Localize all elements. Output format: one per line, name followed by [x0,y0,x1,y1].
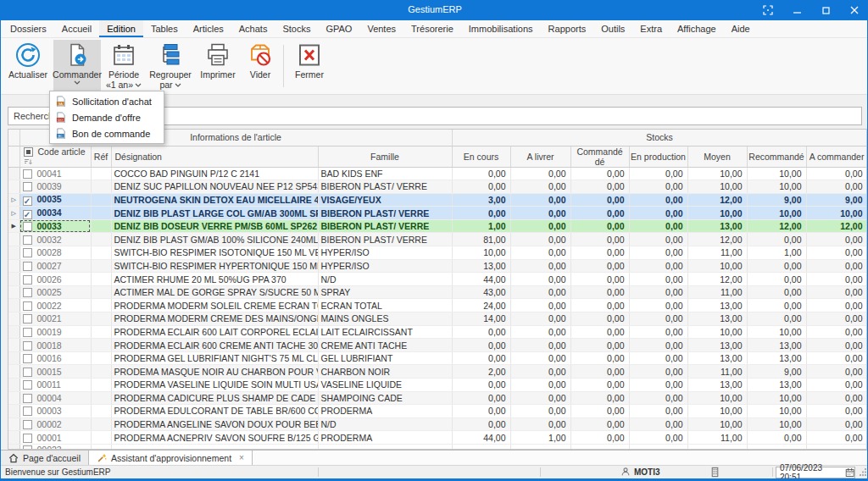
menu-affichage[interactable]: Affichage [670,20,724,37]
cell-acommander[interactable]: 0,00 [806,379,867,392]
cell-famille[interactable]: SPRAY [318,285,452,299]
cell-ref[interactable] [91,379,111,392]
cell-moyen[interactable]: 10,00 [687,259,747,273]
cell-famille[interactable]: GEL LUBRIFIANT [318,351,452,365]
cell-code[interactable]: 00026 [19,273,91,286]
row-checkbox[interactable] [23,328,32,337]
cell-alivrer[interactable]: 0,00 [510,193,570,207]
column-header-ref[interactable]: Réf [91,146,111,167]
cell-commande[interactable]: 0,00 [570,193,629,207]
cell-designation[interactable]: PRODERMA CADICURE PLUS SHAMP DE CADE 250… [111,391,318,405]
cell-famille[interactable]: LAIT ECLAIRCISSANT [318,325,452,339]
cell-famille[interactable]: VISAGE/YEUX [318,193,452,207]
cell-famille[interactable]: PRODERMA [318,405,452,418]
cell-ref[interactable] [91,167,111,180]
table-row[interactable]: 00016 PRODERMA GEL LUBRIFIANT NIGHT'S 75… [8,351,867,365]
column-header-moyen[interactable]: Moyen [687,146,747,167]
cell-code[interactable]: ✓00035 [19,193,91,207]
row-checkbox[interactable] [23,248,32,257]
cell-moyen[interactable]: 10,00 [687,417,747,431]
cell-code[interactable]: 00028 [19,246,91,260]
cell-enproduction[interactable]: 0,00 [629,339,687,352]
cell-alivrer[interactable]: 0,00 [510,379,570,392]
menu-item-bc[interactable]: BCBon de commande [50,125,164,141]
maximize-icon[interactable] [811,0,840,20]
cell-designation[interactable]: DENIZ SUC PAPILLON NOUVEAU NEE P12 SP543 [111,180,318,194]
tab-close-icon[interactable]: × [239,453,244,462]
cell-alivrer[interactable]: 0,00 [510,167,570,180]
table-row[interactable]: 00041 COCCO BAD PINGUIN P/12 C 2141 BAD … [8,167,867,180]
table-row[interactable]: ▷ ✓00035 NEUTROGENA SKIN DETOX EAU MICEL… [8,193,867,207]
cell-commande[interactable]: 0,00 [570,417,629,431]
cell-enproduction[interactable]: 0,00 [629,167,687,180]
cell-moyen[interactable]: 10,00 [687,325,747,339]
cell-recommande[interactable]: 13,00 [747,339,806,352]
cell-designation[interactable]: ACTIMER MAL DE GORGE SPRAY S/SUCRE 50 ML… [111,285,318,299]
cell-ref[interactable] [91,417,111,431]
cell-ref[interactable] [91,219,111,233]
menu-item-do[interactable]: DODemande d'offre [50,109,164,125]
cell-commande[interactable]: 0,00 [570,299,629,312]
cell-enproduction[interactable]: 0,00 [629,325,687,339]
cell-code[interactable]: 00016 [19,351,91,365]
cell-designation[interactable]: PRODERMA VASELINE LIQUIDE SOIN MULTI USA… [111,379,318,392]
row-checkbox[interactable] [23,420,32,429]
cell-ref[interactable] [91,351,111,365]
cell-moyen[interactable]: 11,00 [687,365,747,379]
cell-enproduction[interactable]: 0,00 [629,273,687,286]
cell-acommander[interactable]: 0,00 [806,312,867,326]
row-checkbox[interactable] [23,275,32,285]
menu-edition[interactable]: Edition [99,20,143,37]
column-header-enproduction[interactable]: En production [629,146,687,167]
cell-recommande[interactable]: 10,00 [747,180,806,194]
cell-moyen[interactable]: 13,00 [687,351,747,365]
row-checkbox[interactable] [23,406,32,416]
tab-assistant-approvisionnement[interactable]: Assistant d'approvisionnement × [89,451,253,465]
cell-recommande[interactable]: 13,00 [747,379,806,392]
cell-famille[interactable]: BIBERON PLAST/ VERRE [318,207,452,220]
cell-famille[interactable]: MAINS ONGLES [318,312,452,326]
minimize-icon[interactable] [782,0,811,20]
cell-code[interactable]: 00022 [19,299,91,312]
cell-encours[interactable]: 44,00 [452,273,510,286]
menu-item-sa[interactable]: SASollicitation d'achat [50,93,164,109]
tab-page-accueil[interactable]: Page d'accueil [1,451,89,465]
column-header-acommander[interactable]: A commander [806,146,867,167]
cell-designation[interactable]: PRODERMA MODERM SOLEIL CREME ECRAN TOTAL… [111,299,318,312]
menu-trsorerie[interactable]: Trésorerie [403,20,461,37]
cell-moyen[interactable]: 10,00 [687,207,747,220]
table-row[interactable]: ▷ ✓00034 DENIZ BIB PLAST LARGE COL GM/AB… [8,207,867,220]
cell-encours[interactable]: 14,00 [452,312,510,326]
row-checkbox[interactable] [23,380,32,390]
actualiser-button[interactable]: Actualiser [4,40,52,92]
table-row[interactable]: 00003 PRODERMA EDULCORANT DE TABLE BR/60… [8,405,867,418]
menu-outils[interactable]: Outils [593,20,632,37]
cell-commande[interactable]: 0,00 [570,167,629,180]
cell-acommander[interactable]: 12,00 [806,219,867,233]
cell-alivrer[interactable]: 0,00 [510,259,570,273]
cell-code[interactable]: 00039 [19,180,91,194]
table-row[interactable]: 00022 PRODERMA MODERM SOLEIL CREME ECRAN… [8,299,867,312]
cell-recommande[interactable]: 10,00 [747,417,806,431]
cell-code[interactable]: 00003 [19,405,91,418]
cell-ref[interactable] [91,193,111,207]
table-row[interactable]: 00002 PRODERMA ANGELINE SAVON DOUX POUR … [8,417,867,431]
cell-encours[interactable]: 0,00 [452,379,510,392]
cell-designation[interactable]: DENIZ BIB PLAST LARGE COL GM/AB 300ML SP… [111,207,318,220]
cell-commande[interactable]: 0,00 [570,379,629,392]
cell-moyen[interactable]: 11,00 [687,246,747,260]
cell-commande[interactable]: 0,00 [570,365,629,379]
cell-encours[interactable]: 13,00 [452,259,510,273]
cell-acommander[interactable]: 0,00 [806,233,867,246]
cell-recommande[interactable]: 10,00 [747,207,806,220]
column-header-famille[interactable]: Famille [318,146,452,167]
cell-famille[interactable]: BIBERON PLAST/ VERRE [318,180,452,194]
cell-alivrer[interactable]: 0,00 [510,325,570,339]
cell-recommande[interactable]: 0,00 [747,431,806,445]
row-checkbox[interactable] [23,368,32,377]
cell-moyen[interactable]: 10,00 [687,405,747,418]
cell-famille[interactable]: CHARBON NOIR [318,365,452,379]
cell-encours[interactable]: 0,00 [452,417,510,431]
cell-famille[interactable]: BIBERON PLAST/ VERRE [318,219,452,233]
cell-code[interactable]: 00015 [19,365,91,379]
